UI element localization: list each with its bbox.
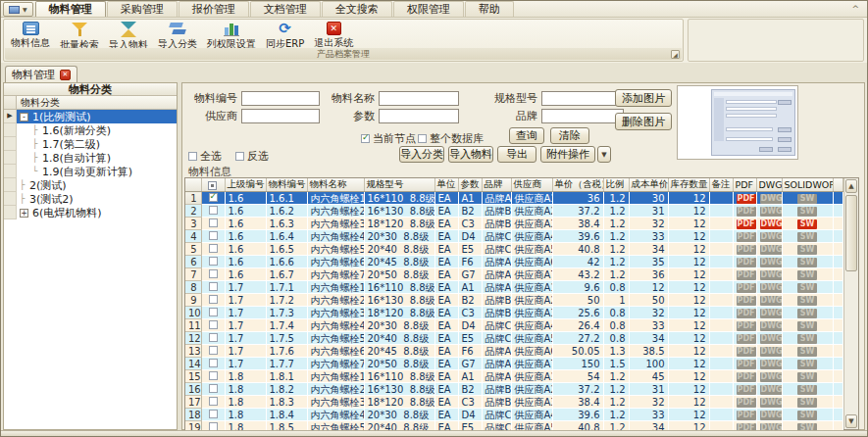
dwg-badge[interactable]: DWG (760, 347, 783, 357)
menu-tab-权限管理[interactable]: 权限管理 (393, 1, 464, 17)
column-header-parent_code[interactable]: 上级编号 (225, 178, 266, 192)
material-name-input[interactable] (379, 91, 459, 106)
table-row[interactable]: 61.61.6.6内六角螺栓620*45 8.8级EAF6品牌A供应商A6421… (185, 256, 842, 268)
cell-num[interactable]: 13 (185, 345, 201, 358)
table-row[interactable]: 51.61.6.5内六角螺栓520*40 8.8级EAE5品牌C供应商A540.… (185, 243, 842, 256)
menu-tab-物料管理[interactable]: 物料管理 (35, 1, 106, 17)
tree-node-label-cell[interactable]: ├3(测试2) (17, 192, 177, 206)
close-icon[interactable]: ✕ (60, 70, 71, 80)
dwg-badge[interactable]: DWG (760, 245, 783, 255)
current-node-checkbox[interactable]: 当前节点 (361, 131, 416, 146)
sw-badge[interactable]: SW (797, 347, 817, 357)
tree-node-label-cell[interactable]: ├2(测试) (17, 178, 177, 192)
sw-badge[interactable]: SW (797, 270, 817, 280)
sw-badge[interactable]: SW (797, 385, 817, 395)
table-row[interactable]: 91.71.7.2内六角螺栓216*130 8.8级EAB2品牌B供应商A250… (185, 294, 842, 307)
pdf-badge[interactable]: PDF (737, 283, 756, 293)
column-header-param[interactable]: 参数 (458, 178, 482, 192)
dwg-badge[interactable]: DWG (760, 194, 783, 204)
tree-node[interactable]: └1.9(自动更新计算) (4, 165, 177, 178)
row-checkbox[interactable] (209, 346, 218, 355)
ribbon-button-批量检索[interactable]: 批量检索 (55, 21, 104, 50)
dialog-launcher-icon[interactable]: ◢ (671, 50, 680, 59)
cell-num[interactable]: 8 (185, 281, 201, 294)
invert-selection-checkbox[interactable]: 反选 (235, 149, 269, 164)
import-category-button[interactable]: 导入分类 (399, 146, 444, 163)
column-header-brand[interactable]: 品牌 (482, 178, 511, 192)
sw-badge[interactable]: SW (797, 398, 817, 408)
tree-node[interactable]: +6(电焊机物料) (4, 206, 177, 219)
pdf-badge[interactable]: PDF (737, 372, 756, 382)
sw-badge[interactable]: SW (797, 309, 817, 318)
sw-badge[interactable]: SW (797, 219, 817, 229)
ribbon-button-导入物料[interactable]: 导入物料 (104, 21, 153, 50)
dwg-badge[interactable]: DWG (760, 232, 783, 242)
column-header-note[interactable]: 备注 (709, 178, 733, 192)
dwg-badge[interactable]: DWG (760, 411, 783, 420)
column-header-stock[interactable]: 库存数量 (668, 178, 709, 192)
clear-button[interactable]: 清除 (550, 127, 589, 144)
application-menu-button[interactable]: ▼ (3, 2, 33, 17)
sw-badge[interactable]: SW (797, 207, 817, 217)
row-checkbox[interactable] (209, 244, 218, 253)
column-header-cost[interactable]: 成本单价 (629, 178, 668, 192)
row-checkbox[interactable] (209, 218, 218, 227)
pdf-badge[interactable]: PDF (737, 245, 756, 255)
row-checkbox[interactable] (209, 371, 218, 380)
row-checkbox[interactable] (209, 295, 218, 304)
table-row[interactable]: 161.81.8.2内六角螺栓216*130 8.8级EAB2品牌B供应商A23… (185, 383, 842, 396)
cell-num[interactable]: 4 (185, 230, 201, 243)
pdf-badge[interactable]: PDF (737, 334, 756, 344)
cell-num[interactable]: 11 (185, 319, 201, 332)
cell-num[interactable]: 3 (185, 218, 201, 230)
table-row[interactable]: 111.71.7.4内六角螺栓420*30 8.8级EAD4品牌C供应商A426… (185, 319, 842, 332)
dwg-badge[interactable]: DWG (760, 270, 783, 280)
supplier-input[interactable] (241, 109, 320, 123)
scroll-down-icon[interactable]: ▼ (845, 414, 857, 428)
tree-node[interactable]: ▶-1(比例测试) (4, 110, 177, 123)
pdf-badge[interactable]: PDF (737, 347, 756, 357)
tree-node-label-cell[interactable]: ├1.6(新增分类) (17, 123, 177, 137)
whole-database-checkbox[interactable]: 整个数据库 (418, 131, 484, 146)
dwg-badge[interactable]: DWG (760, 360, 783, 369)
row-checkbox[interactable] (209, 333, 218, 342)
cell-num[interactable]: 7 (185, 268, 201, 281)
param-input[interactable] (379, 109, 459, 123)
pdf-badge[interactable]: PDF (737, 398, 756, 408)
row-checkbox[interactable] (209, 206, 218, 215)
row-checkbox[interactable] (209, 269, 218, 278)
cell-num[interactable]: 18 (185, 409, 201, 421)
dwg-badge[interactable]: DWG (760, 398, 783, 408)
dwg-badge[interactable]: DWG (760, 283, 783, 293)
tree-node-label-cell[interactable]: -1(比例测试) (17, 110, 177, 123)
sw-badge[interactable]: SW (797, 232, 817, 242)
select-all-column-icon[interactable] (208, 181, 217, 190)
cell-num[interactable]: 10 (185, 307, 201, 319)
ribbon-collapse-icon[interactable]: ^ (851, 4, 859, 14)
menu-tab-文档管理[interactable]: 文档管理 (250, 1, 321, 17)
table-row[interactable]: 21.61.6.2内六角螺栓216*130 8.8级EAB2品牌B供应商A237… (185, 205, 842, 218)
dwg-badge[interactable]: DWG (760, 207, 783, 217)
column-header-unit[interactable]: 单位 (434, 178, 458, 192)
row-checkbox[interactable] (209, 384, 218, 393)
row-checkbox[interactable] (209, 193, 218, 202)
table-row[interactable]: 181.81.8.4内六角螺栓420*30 8.8级EAD4品牌C供应商A439… (185, 409, 842, 421)
dwg-badge[interactable]: DWG (760, 321, 783, 331)
select-all-checkbox[interactable]: 全选 (188, 149, 222, 164)
table-row[interactable]: 81.71.7.1内六角螺栓116*110 8.8级EAA1品牌A供应商A19.… (185, 281, 842, 294)
table-row[interactable]: 131.71.7.6内六角螺栓620*45 8.8级EAF6品牌A供应商A650… (185, 345, 842, 358)
pdf-badge[interactable]: PDF (737, 219, 756, 229)
tree-node-label-cell[interactable]: ├1.8(自动计算) (17, 151, 177, 165)
tab-material-management[interactable]: 物料管理 ✕ (5, 66, 77, 82)
column-header-num[interactable] (185, 178, 201, 192)
ribbon-button-物料信息[interactable]: 物料信息 (6, 21, 55, 50)
row-checkbox[interactable] (209, 410, 218, 418)
pdf-badge[interactable]: PDF (737, 232, 756, 242)
pdf-badge[interactable]: PDF (737, 360, 756, 369)
cell-num[interactable]: 1 (185, 192, 201, 205)
tree-node[interactable]: ├1.7(第二级) (4, 137, 177, 151)
dwg-badge[interactable]: DWG (760, 296, 783, 306)
pdf-badge[interactable]: PDF (737, 296, 756, 306)
import-material-button[interactable]: 导入物料 (448, 146, 493, 163)
row-checkbox[interactable] (209, 257, 218, 266)
